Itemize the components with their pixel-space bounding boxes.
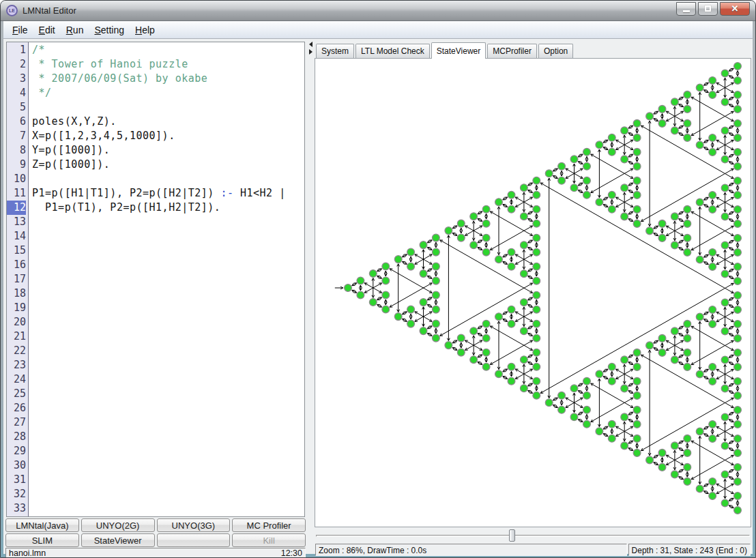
state-node[interactable] xyxy=(533,277,540,284)
state-node[interactable] xyxy=(533,349,540,356)
state-node[interactable] xyxy=(433,234,440,241)
state-node[interactable] xyxy=(696,256,703,263)
state-node[interactable] xyxy=(684,235,691,242)
state-node[interactable] xyxy=(658,464,666,471)
state-node[interactable] xyxy=(457,334,465,342)
collapse-right-icon[interactable] xyxy=(309,49,312,55)
state-node[interactable] xyxy=(508,205,515,213)
state-node[interactable] xyxy=(709,134,716,142)
state-node[interactable] xyxy=(721,127,729,134)
state-node[interactable] xyxy=(734,149,742,156)
run-button-unyo-2g-[interactable]: UNYO(2G) xyxy=(81,518,155,532)
state-node[interactable] xyxy=(734,392,742,400)
state-node[interactable] xyxy=(545,399,553,407)
state-node[interactable] xyxy=(583,177,591,184)
state-node[interactable] xyxy=(533,205,540,213)
state-node[interactable] xyxy=(734,306,742,314)
state-node[interactable] xyxy=(696,199,703,206)
state-node[interactable] xyxy=(433,320,440,327)
state-node[interactable] xyxy=(684,249,691,256)
state-node[interactable] xyxy=(734,507,742,514)
state-node[interactable] xyxy=(482,234,490,241)
state-node[interactable] xyxy=(734,278,742,285)
state-node[interactable] xyxy=(470,241,478,249)
state-node[interactable] xyxy=(658,120,666,128)
state-node[interactable] xyxy=(608,148,615,156)
state-node[interactable] xyxy=(583,420,591,428)
state-node[interactable] xyxy=(709,306,716,314)
state-node[interactable] xyxy=(482,220,490,227)
state-node[interactable] xyxy=(508,306,515,313)
state-node[interactable] xyxy=(721,385,729,392)
run-button-mc-profiler[interactable]: MC Profiler xyxy=(232,518,306,532)
state-node[interactable] xyxy=(482,349,490,356)
state-node[interactable] xyxy=(433,263,440,270)
state-node[interactable] xyxy=(734,364,742,371)
state-node[interactable] xyxy=(684,120,691,128)
state-node[interactable] xyxy=(696,370,703,378)
state-node[interactable] xyxy=(533,234,540,241)
maximize-button[interactable] xyxy=(698,2,718,16)
state-node[interactable] xyxy=(646,342,654,349)
state-node[interactable] xyxy=(533,392,540,399)
state-node[interactable] xyxy=(734,378,742,385)
state-node[interactable] xyxy=(709,493,716,500)
state-node[interactable] xyxy=(357,291,364,299)
state-node[interactable] xyxy=(633,407,641,414)
state-node[interactable] xyxy=(621,385,628,392)
state-node[interactable] xyxy=(734,249,742,256)
state-node[interactable] xyxy=(608,420,615,428)
run-button-slim[interactable]: SLIM xyxy=(5,533,79,547)
state-node[interactable] xyxy=(558,392,566,399)
state-node[interactable] xyxy=(570,385,578,392)
state-node[interactable] xyxy=(684,206,691,214)
state-node[interactable] xyxy=(521,184,528,192)
state-node[interactable] xyxy=(583,377,591,385)
tab-mcprofiler[interactable]: MCProfiler xyxy=(487,44,537,58)
state-node[interactable] xyxy=(633,134,641,142)
state-node[interactable] xyxy=(608,205,615,213)
state-node[interactable] xyxy=(721,499,729,507)
state-node[interactable] xyxy=(709,364,716,371)
state-node[interactable] xyxy=(658,450,666,457)
state-node[interactable] xyxy=(570,413,578,421)
state-node[interactable] xyxy=(734,120,742,128)
state-node[interactable] xyxy=(433,306,440,313)
state-node[interactable] xyxy=(621,156,628,163)
state-node[interactable] xyxy=(671,356,679,364)
state-node[interactable] xyxy=(709,421,716,428)
run-button-lmntal-java-[interactable]: LMNtal(Java) xyxy=(5,518,79,532)
state-node[interactable] xyxy=(684,435,691,443)
state-node[interactable] xyxy=(658,349,666,357)
state-node[interactable] xyxy=(734,263,742,271)
state-node[interactable] xyxy=(621,356,628,364)
state-node[interactable] xyxy=(671,241,679,249)
state-node[interactable] xyxy=(633,192,641,199)
state-node[interactable] xyxy=(684,91,691,99)
state-node[interactable] xyxy=(533,220,540,227)
state-node[interactable] xyxy=(633,163,641,171)
state-node[interactable] xyxy=(633,392,641,400)
state-node[interactable] xyxy=(394,313,402,321)
state-node[interactable] xyxy=(633,220,641,228)
menu-edit[interactable]: Edit xyxy=(34,23,60,37)
state-node[interactable] xyxy=(721,356,729,364)
state-node[interactable] xyxy=(495,313,503,321)
state-node[interactable] xyxy=(734,63,742,70)
state-node[interactable] xyxy=(508,320,515,327)
state-node[interactable] xyxy=(684,335,691,342)
state-node[interactable] xyxy=(369,270,377,278)
state-node[interactable] xyxy=(684,106,691,113)
state-node[interactable] xyxy=(533,263,540,270)
state-node[interactable] xyxy=(407,248,415,256)
state-node[interactable] xyxy=(734,335,742,342)
state-node[interactable] xyxy=(671,327,679,335)
state-node[interactable] xyxy=(684,134,691,142)
state-node[interactable] xyxy=(382,263,390,270)
state-node[interactable] xyxy=(558,162,566,170)
state-node[interactable] xyxy=(570,184,578,192)
state-node[interactable] xyxy=(482,363,490,370)
state-node[interactable] xyxy=(545,170,553,177)
state-node[interactable] xyxy=(633,421,641,428)
state-node[interactable] xyxy=(721,413,729,421)
